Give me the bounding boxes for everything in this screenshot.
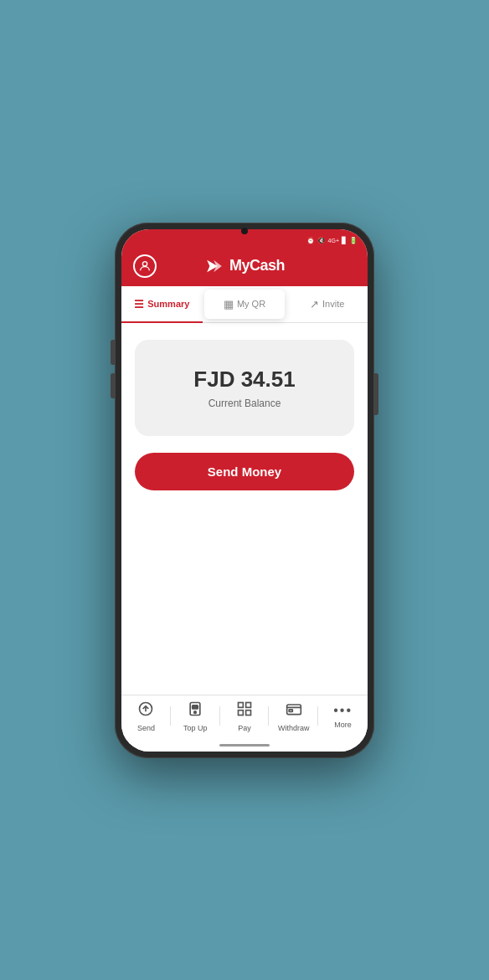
topup-nav-icon: [187, 700, 203, 721]
tab-myqr-label: My QR: [237, 299, 265, 309]
svg-rect-10: [246, 710, 251, 715]
svg-rect-12: [289, 709, 292, 711]
nav-pay-label: Pay: [238, 724, 251, 732]
bottom-nav: Send Top Up: [121, 695, 368, 741]
send-nav-icon: [137, 700, 154, 721]
svg-rect-9: [238, 710, 243, 715]
svg-rect-8: [246, 702, 251, 707]
tab-invite-label: Invite: [322, 299, 344, 309]
nav-pay[interactable]: Pay: [220, 700, 270, 732]
share-icon: ↗: [310, 298, 319, 310]
nav-more[interactable]: ••• More: [318, 703, 368, 729]
pay-nav-icon: [236, 700, 253, 721]
summary-icon: ☰: [134, 298, 144, 310]
nav-topup-label: Top Up: [183, 724, 208, 732]
svg-rect-5: [193, 705, 198, 708]
home-indicator: [121, 741, 368, 752]
main-content: FJD 34.51 Current Balance Send Money: [121, 323, 368, 695]
qr-icon: ▦: [224, 298, 234, 310]
nav-withdraw[interactable]: Withdraw: [269, 700, 318, 732]
tab-invite[interactable]: ↗ Invite: [286, 286, 368, 322]
tab-summary-label: Summary: [147, 299, 189, 309]
alarm-icon: ⏰: [306, 237, 315, 244]
nav-send[interactable]: Send: [121, 700, 171, 732]
nav-send-label: Send: [137, 724, 155, 732]
svg-point-6: [194, 711, 197, 713]
phone-frame: ⏰ 🔇 4G+ ▊ 🔋 MyCash: [115, 223, 374, 758]
signal-icon: ▊: [342, 237, 347, 244]
tab-myqr[interactable]: ▦ My QR: [204, 290, 286, 319]
tab-summary[interactable]: ☰ Summary: [121, 286, 203, 322]
mute-icon: 🔇: [317, 237, 326, 244]
send-money-button[interactable]: Send Money: [135, 453, 354, 490]
status-icons: ⏰ 🔇 4G+ ▊ 🔋: [306, 237, 358, 244]
power-button: [374, 373, 378, 415]
nav-more-label: More: [334, 721, 352, 729]
app-logo: MyCash: [204, 256, 285, 276]
balance-card: FJD 34.51 Current Balance: [135, 340, 354, 436]
phone-screen: ⏰ 🔇 4G+ ▊ 🔋 MyCash: [121, 229, 368, 752]
network-icon: 4G+: [328, 238, 339, 244]
more-nav-icon: •••: [333, 703, 353, 718]
volume-up-button: [111, 340, 115, 365]
svg-rect-7: [238, 702, 243, 707]
profile-button[interactable]: [133, 254, 157, 278]
app-header: MyCash: [121, 249, 368, 286]
app-name: MyCash: [229, 257, 285, 275]
camera: [241, 228, 248, 234]
nav-withdraw-label: Withdraw: [278, 724, 310, 732]
nav-topup[interactable]: Top Up: [171, 700, 220, 732]
balance-label: Current Balance: [152, 398, 337, 409]
home-bar: [219, 744, 270, 747]
svg-point-0: [142, 261, 147, 265]
balance-amount: FJD 34.51: [152, 367, 337, 393]
battery-icon: 🔋: [349, 237, 358, 244]
tab-bar: ☰ Summary ▦ My QR ↗ Invite: [121, 286, 368, 323]
volume-down-button: [111, 373, 115, 398]
withdraw-nav-icon: [286, 700, 302, 721]
